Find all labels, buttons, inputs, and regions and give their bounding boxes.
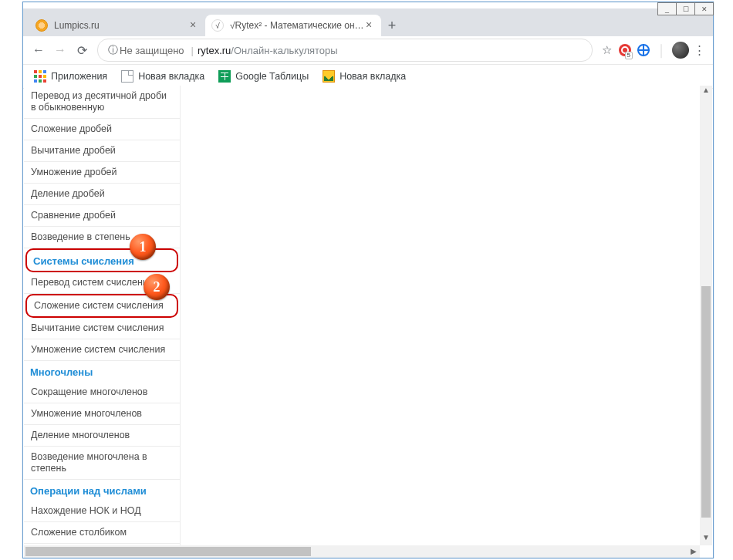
extension-globe-icon[interactable] xyxy=(634,39,653,61)
site-info-icon[interactable]: ⓘ xyxy=(106,43,120,57)
security-warning: Не защищено xyxy=(120,45,184,56)
rytex-favicon: √ xyxy=(211,19,224,32)
apps-grid-icon xyxy=(34,70,46,83)
bookmark-newtab-2[interactable]: Новая вкладка xyxy=(323,70,406,83)
sidebar-item[interactable]: Нахождение НОК и НОД xyxy=(24,501,180,522)
sidebar-item[interactable]: Умножение систем счисления xyxy=(24,339,180,361)
sidebar-item[interactable]: Деление многочленов xyxy=(24,425,180,447)
tab-strip: Lumpics.ru × √ √Rytex² - Математические … xyxy=(23,8,713,36)
window-close-button[interactable]: ✕ xyxy=(694,2,714,15)
vertical-scrollbar[interactable]: ▲ ▼ xyxy=(700,86,712,545)
window-minimize-button[interactable]: _ xyxy=(657,2,677,15)
sidebar-item[interactable]: Сравнение дробей xyxy=(24,205,180,227)
sidebar-heading-polynomials[interactable]: Многочлены xyxy=(24,361,180,382)
bookmark-label: Новая вкладка xyxy=(138,71,204,82)
page-content: Перевод из десятичной дроби в обыкновенн… xyxy=(24,86,712,545)
bookmark-star-button[interactable]: ☆ xyxy=(597,39,616,61)
orange-slice-icon xyxy=(35,19,48,32)
sheets-icon xyxy=(218,70,231,83)
back-button[interactable]: ← xyxy=(28,39,49,61)
sidebar-item[interactable]: Деление дробей xyxy=(24,184,180,205)
window-maximize-button[interactable]: ☐ xyxy=(676,2,695,15)
bookmark-label: Новая вкладка xyxy=(339,71,406,82)
scroll-right-arrow-icon[interactable]: ▶ xyxy=(687,545,700,558)
tab-rytex[interactable]: √ √Rytex² - Математические онла × xyxy=(205,15,381,36)
scroll-down-arrow-icon[interactable]: ▼ xyxy=(700,533,712,545)
sidebar-item[interactable]: Возведение в степень xyxy=(24,227,180,248)
browser-window: _ ☐ ✕ Lumpics.ru × √ √Rytex² - Математич… xyxy=(22,2,714,558)
sidebar-item[interactable]: Вычитание дробей xyxy=(24,140,180,162)
bookmark-google-sheets[interactable]: Google Таблицы xyxy=(218,70,309,83)
bookmark-label: Google Таблицы xyxy=(235,71,309,82)
browser-menu-button[interactable]: ⋮ xyxy=(690,39,708,61)
document-icon xyxy=(121,70,133,83)
annotation-bubble-1: 1 xyxy=(130,234,156,260)
sidebar-item[interactable]: Умножение многочленов xyxy=(24,403,180,425)
picture-icon xyxy=(323,70,335,83)
reload-button[interactable]: ⟳ xyxy=(71,39,93,61)
extension-badge: 5 xyxy=(625,52,633,59)
sidebar-item[interactable]: Возведение многочлена в степень xyxy=(24,447,180,480)
sidebar-item[interactable]: Перевод из десятичной дроби в обыкновенн… xyxy=(24,86,180,119)
annotation-bubble-2: 2 xyxy=(144,274,170,300)
sidebar-heading-systems[interactable]: Системы счисления xyxy=(25,248,178,272)
bookmark-newtab-1[interactable]: Новая вкладка xyxy=(121,70,204,83)
tab-lumpics[interactable]: Lumpics.ru × xyxy=(29,15,205,36)
category-sidebar: Перевод из десятичной дроби в обыкновенн… xyxy=(24,86,181,545)
tab-title: √Rytex² - Математические онла xyxy=(230,20,364,31)
separator: │ xyxy=(653,39,671,61)
sidebar-item[interactable]: Сложение столбиком xyxy=(24,522,180,544)
window-titlebar: _ ☐ ✕ xyxy=(23,2,713,8)
new-tab-button[interactable]: + xyxy=(381,15,403,36)
toolbar: ← → ⟳ ⓘ Не защищено | rytex.ru/Онлайн-ка… xyxy=(23,36,713,65)
sidebar-item[interactable]: Сложение дробей xyxy=(24,119,180,140)
tab-close-icon[interactable]: × xyxy=(364,21,373,30)
sidebar-item[interactable]: Умножение дробей xyxy=(24,162,180,184)
profile-avatar[interactable] xyxy=(671,39,690,61)
tab-title: Lumpics.ru xyxy=(54,20,188,31)
tab-close-icon[interactable]: × xyxy=(188,21,198,30)
scrollbar-thumb[interactable] xyxy=(701,286,711,518)
address-bar[interactable]: ⓘ Не защищено | rytex.ru/Онлайн-калькуля… xyxy=(97,39,593,62)
url-path: /Онлайн-калькуляторы xyxy=(231,45,337,56)
horizontal-scrollbar[interactable]: ◀ ▶ xyxy=(24,545,700,558)
sidebar-item[interactable]: Вычитание систем счисления xyxy=(24,318,180,339)
url-host: rytex.ru xyxy=(198,45,231,56)
scroll-up-arrow-icon[interactable]: ▲ xyxy=(700,86,712,98)
sidebar-heading-numbers[interactable]: Операции над числами xyxy=(24,480,180,501)
bookmark-apps[interactable]: Приложения xyxy=(34,70,107,83)
sidebar-item[interactable]: Сокращение многочленов xyxy=(24,382,180,403)
forward-button[interactable]: → xyxy=(49,39,71,61)
extension-opera-icon[interactable]: 5 xyxy=(616,39,634,61)
scrollbar-thumb[interactable] xyxy=(25,547,311,556)
bookmark-label: Приложения xyxy=(51,71,107,82)
